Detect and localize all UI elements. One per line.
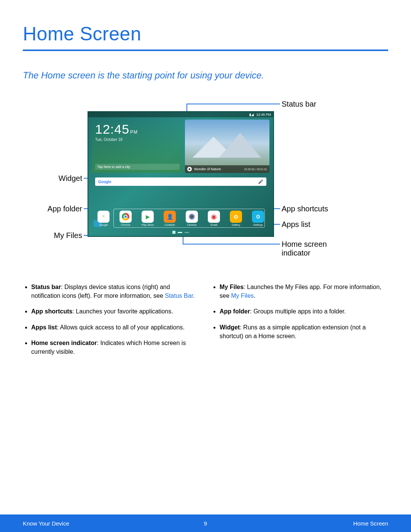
nature-time: 03:05:00 / 00:01:01 <box>244 168 267 171</box>
bullet-widget: Widget: Runs as a simple application ext… <box>220 323 388 340</box>
dock-label: Camera <box>185 224 199 226</box>
dock-gallery: ✿ Gallery <box>229 211 243 226</box>
home-screen-indicator <box>172 231 189 234</box>
bullet-app-folder: App folder: Groups multiple apps into a … <box>220 307 388 316</box>
dock-label: Settings <box>251 224 265 226</box>
dock-chrome: Chrome <box>118 211 133 226</box>
search-placeholder: Google <box>98 180 111 184</box>
bullet-app-shortcuts: App shortcuts: Launches your favorite ap… <box>31 307 200 316</box>
clock-date: Tue, October 18 <box>95 137 180 142</box>
callout-apps-list: Apps list <box>282 220 311 229</box>
mic-icon: 🎤 <box>258 179 263 184</box>
callout-app-shortcuts: App shortcuts <box>282 204 328 213</box>
bullet-my-files: My Files: Launches the My Files app. For… <box>220 283 388 300</box>
callout-status-bar: Status bar <box>282 100 316 109</box>
link-status-bar[interactable]: Status Bar <box>165 292 193 299</box>
callout-widget: Widget <box>59 174 82 183</box>
home-screen-diagram: Status bar App shortcuts Apps list Home … <box>23 100 388 267</box>
clock-ampm: PM <box>130 129 138 135</box>
camera-icon <box>186 211 198 223</box>
column-left: Status bar: Displays device status icons… <box>23 283 200 363</box>
dock-camera: Camera <box>185 211 199 226</box>
clock-time-value: 12:45 <box>95 122 129 136</box>
dock-playstore: ▶ Play Store <box>140 211 155 226</box>
description-columns: Status bar: Displays device status icons… <box>23 283 388 363</box>
bullet-home-indicator: Home screen indicator: Indicates which H… <box>31 339 200 356</box>
google-folder-icon: ⠿ <box>97 211 110 223</box>
dock-label: Contacts <box>162 224 177 226</box>
callout-app-folder: App folder <box>48 204 82 213</box>
contacts-icon: 👤 <box>164 211 176 223</box>
nature-widget: ▶ Wonder of Nature 03:05:00 / 00:01:01 <box>185 120 269 173</box>
play-store-icon: ▶ <box>142 211 154 223</box>
footer-topic: Home Screen <box>353 520 388 527</box>
bullet-apps-list: Apps list: Allows quick access to all of… <box>31 323 200 332</box>
dock-google: ⠿ Google <box>96 211 111 226</box>
clock-widget: 12:45PM Tue, October 18 Tap here to add … <box>92 120 183 173</box>
page-subtitle: The Home screen is the starting point fo… <box>23 70 388 81</box>
page-title: Home Screen <box>23 23 388 45</box>
page-footer: Know Your Device 9 Home Screen <box>0 514 411 532</box>
footer-section: Know Your Device <box>23 520 69 527</box>
dock-label: Google <box>96 224 111 226</box>
bullet-status-bar: Status bar: Displays device status icons… <box>31 283 200 300</box>
gallery-icon: ✿ <box>230 211 242 223</box>
dock-label: Email <box>207 224 221 226</box>
title-rule <box>23 50 388 51</box>
settings-icon: ⚙ <box>252 211 264 223</box>
dock-label: Chrome <box>118 224 133 226</box>
dock-label: Play Store <box>140 224 155 226</box>
footer-page-number: 9 <box>204 520 207 527</box>
clock-tap-hint: Tap here to add a city <box>95 164 180 170</box>
dock-email: ◉ Email <box>207 211 221 226</box>
callout-my-files: My Files <box>54 231 82 240</box>
dock-settings: ⚙ Settings <box>251 211 265 226</box>
email-icon: ◉ <box>208 211 220 223</box>
signal-icon: ▮◢ <box>249 113 254 117</box>
status-bar: ▮◢ 12:45 PM <box>88 112 273 117</box>
callout-home-indicator: Home screen indicator <box>282 240 342 257</box>
tablet-homescreen: ▮◢ 12:45 PM 12:45PM Tue, October 18 Tap … <box>88 111 274 237</box>
nature-title: Wonder of Nature <box>194 167 221 171</box>
column-right: My Files: Launches the My Files app. For… <box>211 283 388 363</box>
google-search-widget: Google 🎤 <box>95 177 266 186</box>
link-my-files[interactable]: My Files <box>231 292 254 299</box>
play-icon: ▶ <box>187 167 192 171</box>
dock-label: Gallery <box>229 224 243 226</box>
status-time: 12:45 PM <box>256 113 271 117</box>
chrome-icon <box>119 211 132 223</box>
dock-contacts: 👤 Contacts <box>162 211 177 226</box>
app-dock: ⠿ Google Chrome ▶ Play Store 👤 Contacts <box>92 211 269 226</box>
